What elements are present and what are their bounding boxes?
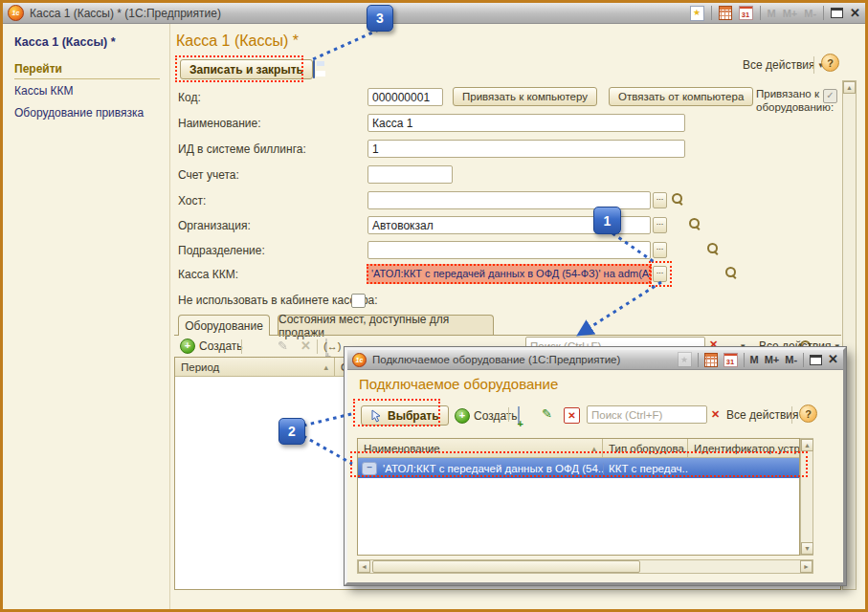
cashier-checkbox[interactable]: [351, 294, 366, 308]
sidebar-divider: [169, 24, 170, 609]
step-badge-3: 3: [367, 5, 393, 32]
department-search-icon[interactable]: [706, 242, 720, 255]
device-name-cell: 'АТОЛ:ККТ с передачей данных в ОФД (54..…: [383, 463, 603, 474]
screen: 1с Касса 1 (Кассы) * (1С:Предприятие) ★ …: [0, 0, 868, 612]
kkm-search-icon[interactable]: [724, 266, 738, 279]
billing-id-label: ИД в системе биллинга:: [178, 142, 306, 156]
delete-x-icon[interactable]: ✕: [564, 407, 580, 424]
column-period[interactable]: Период ▴: [175, 358, 335, 376]
save-icon[interactable]: [313, 60, 315, 78]
column-naimenovanie[interactable]: Наименование ▴: [358, 439, 603, 457]
scroll-up-icon[interactable]: ▲: [801, 439, 813, 451]
scroll-down-icon[interactable]: ▼: [801, 542, 813, 555]
unbind-computer-button[interactable]: Отвязать от компьютера: [609, 87, 753, 106]
sidebar-item-kassy-kkm[interactable]: Кассы ККМ: [14, 84, 74, 98]
host-lookup-button[interactable]: ...: [653, 192, 667, 208]
edit-pencil-icon[interactable]: ✎: [278, 339, 288, 352]
column-identifikator-label: Идентификатор устрой: [694, 443, 799, 454]
page-title: Касса 1 (Кассы) *: [176, 33, 299, 50]
close-button[interactable]: ✕: [850, 8, 860, 19]
sort-icon: ▴: [591, 444, 596, 453]
sort-icon: ▴: [323, 362, 328, 372]
tab-sostoyaniya-mest[interactable]: Состояния мест, доступные для продажи: [278, 315, 494, 336]
account-field[interactable]: [367, 165, 453, 184]
form-all-actions-label: Все действия: [743, 58, 814, 72]
step-badge-2: 2: [278, 418, 305, 445]
calendar-icon[interactable]: 31: [723, 353, 738, 367]
calendar-icon[interactable]: 31: [739, 6, 753, 20]
column-tip[interactable]: Тип оборудова...: [603, 439, 688, 457]
scroll-left-icon[interactable]: ◄: [358, 560, 370, 573]
organization-lookup-button[interactable]: ...: [653, 217, 667, 233]
kkm-field[interactable]: 'АТОЛ:ККТ с передачей данных в ОФД (54-Ф…: [367, 264, 652, 284]
maximize-button[interactable]: [831, 8, 843, 18]
memory-plus-button[interactable]: М+: [765, 354, 780, 365]
organization-search-icon[interactable]: [688, 217, 701, 230]
dialog-vertical-scrollbar[interactable]: [800, 438, 813, 556]
dialog-heading: Подключаемое оборудование: [359, 376, 558, 392]
select-button[interactable]: Выбрать: [361, 405, 449, 426]
plus-circle-icon: +: [180, 339, 195, 354]
department-field[interactable]: [367, 241, 651, 259]
maximize-button[interactable]: [810, 355, 822, 365]
cursor-hand-icon: [370, 409, 383, 423]
help-button[interactable]: ?: [821, 54, 839, 72]
edit-pencil-icon[interactable]: ✎: [542, 407, 552, 420]
dialog-all-actions-button[interactable]: Все действия ▾: [726, 408, 807, 422]
toolbar-separator: [317, 339, 318, 354]
memory-minus-button[interactable]: М-: [785, 354, 797, 365]
favorites-icon[interactable]: ★: [690, 6, 704, 21]
calculator-icon[interactable]: [719, 6, 732, 20]
column-naimenovanie-label: Наименование: [364, 443, 440, 454]
dialog-search-clear-icon[interactable]: ✕: [711, 408, 720, 421]
form-all-actions-button[interactable]: Все действия ▾: [743, 58, 823, 72]
titlebar-separator: [711, 6, 712, 20]
close-button[interactable]: ✕: [828, 354, 838, 365]
department-lookup-button[interactable]: ...: [653, 242, 667, 258]
copy-item-icon[interactable]: [518, 406, 520, 425]
scroll-right-icon[interactable]: ►: [800, 560, 812, 573]
create-button[interactable]: + Создать: [180, 339, 243, 354]
code-field[interactable]: [367, 88, 443, 106]
plus-circle-icon: +: [455, 408, 470, 424]
favorites-icon[interactable]: ★: [678, 352, 692, 367]
department-label: Подразделение:: [178, 244, 265, 257]
toolbar-separator: [241, 339, 242, 354]
sidebar: Касса 1 (Кассы) * Перейти Кассы ККМ Обор…: [3, 24, 169, 609]
save-close-button[interactable]: Записать и закрыть: [180, 59, 313, 79]
device-row-selected[interactable]: – 'АТОЛ:ККТ с передачей данных в ОФД (54…: [358, 458, 799, 478]
titlebar-separator: [760, 6, 761, 20]
calculator-icon[interactable]: [704, 353, 718, 367]
memory-minus-button[interactable]: М-: [804, 8, 816, 19]
memory-plus-button[interactable]: М+: [783, 8, 798, 19]
scroll-up-icon[interactable]: ▲: [843, 81, 856, 94]
kkm-lookup-button[interactable]: ...: [653, 266, 667, 282]
memory-recall-button[interactable]: М: [750, 354, 759, 365]
delete-x-icon[interactable]: ✕: [300, 339, 311, 353]
sidebar-item-oborudovanie-privyazka[interactable]: Оборудование привязка: [14, 106, 144, 120]
bound-to-equipment-label: Привязано к оборудованию:: [756, 87, 823, 114]
tab-oborudovanie[interactable]: Оборудование: [178, 315, 270, 336]
column-period-label: Период: [181, 361, 219, 373]
host-search-icon[interactable]: [671, 192, 684, 206]
bound-to-equipment-checkbox[interactable]: ✓: [823, 89, 837, 103]
sidebar-section-perejti: Перейти: [14, 62, 160, 79]
titlebar-separator: [698, 353, 699, 367]
scrollbar-thumb[interactable]: [372, 560, 640, 573]
dialog-help-button[interactable]: ?: [799, 404, 817, 423]
dialog-window: 1с Подключаемое оборудование (1С:Предпри…: [345, 347, 846, 585]
dialog-search-input[interactable]: [587, 405, 707, 424]
bind-computer-button[interactable]: Привязать к компьютеру: [453, 87, 597, 106]
dialog-title: Подключаемое оборудование (1С:Предприяти…: [372, 354, 620, 365]
column-identifikator[interactable]: Идентификатор устрой: [688, 439, 799, 457]
list-item-dash-icon: –: [362, 462, 377, 475]
create-label: Создать: [199, 339, 243, 353]
billing-id-field[interactable]: [367, 140, 685, 158]
tab-underline: [174, 335, 841, 336]
resize-columns-icon[interactable]: (↔): [323, 340, 341, 352]
name-field[interactable]: [367, 114, 685, 132]
memory-recall-button[interactable]: М: [768, 8, 776, 19]
dialog-titlebar: 1с Подключаемое оборудование (1С:Предпри…: [347, 350, 843, 370]
main-titlebar: 1с Касса 1 (Кассы) * (1С:Предприятие) ★ …: [3, 3, 865, 24]
titlebar-separator: [744, 353, 745, 367]
